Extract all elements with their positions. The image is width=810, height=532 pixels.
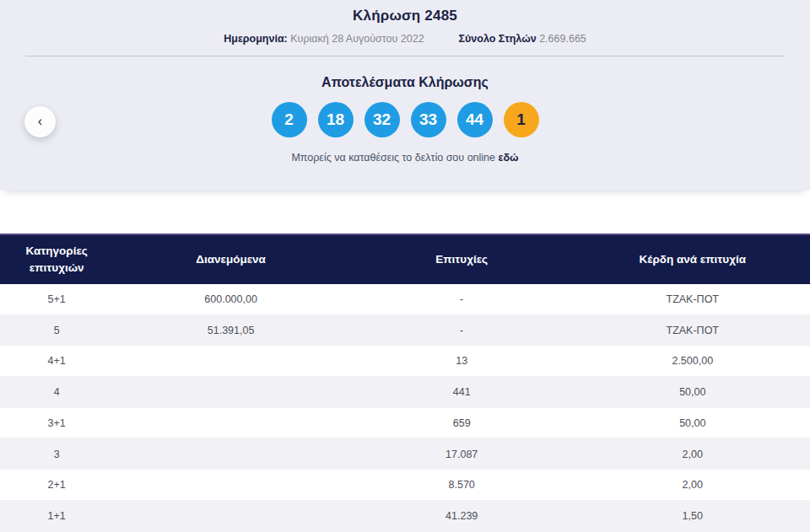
cell-category: 3+1: [0, 417, 113, 429]
column-header: Κατηγορίες επιτυχιών: [0, 243, 113, 276]
prize-categories-table: Κατηγορίες επιτυχιών Διανεμόμενα Επιτυχί…: [0, 234, 810, 532]
table-row: 1+1 41.239 1,50: [0, 501, 810, 532]
number-ball: 1: [504, 102, 539, 137]
cell-winners: 8.570: [348, 479, 575, 491]
results-heading: Αποτελέσματα Κλήρωσης: [0, 75, 810, 90]
date-label: Ημερομηνία:: [224, 33, 288, 45]
winning-numbers: 2 18 32 33 44 1: [0, 102, 810, 137]
deposit-online-link[interactable]: εδώ: [498, 152, 518, 164]
cell-payout: 2,00: [575, 449, 810, 460]
cell-payout: 2,00: [575, 479, 810, 491]
cell-category: 4+1: [0, 355, 113, 367]
number-ball: 33: [411, 102, 446, 137]
column-header: Διανεμόμενα: [113, 251, 348, 268]
cell-distributed: 51.391,05: [113, 325, 348, 336]
deposit-text: Μπορείς να καταθέσεις το δελτίο σου onli…: [291, 152, 495, 164]
cell-payout: ΤΖΑΚ-ΠΟΤ: [575, 293, 810, 305]
section-divider: [25, 56, 785, 56]
number-ball: 44: [457, 102, 493, 137]
total-columns-label: Σύνολο Στηλών: [459, 33, 537, 45]
cell-distributed: 600.000,00: [113, 293, 348, 305]
table-row: 2+1 8.570 2,00: [0, 470, 810, 501]
table-row: 5+1 600.000,00 - ΤΖΑΚ-ΠΟΤ: [0, 284, 810, 315]
previous-draw-button[interactable]: ‹: [24, 106, 56, 137]
number-ball: 2: [272, 102, 307, 137]
cell-payout: 1,50: [575, 510, 810, 522]
cell-payout: 2.500,00: [575, 355, 810, 367]
cell-winners: -: [348, 293, 575, 305]
cell-payout: 50,00: [575, 417, 810, 429]
cell-winners: 441: [348, 386, 575, 398]
cell-category: 4: [0, 386, 113, 398]
column-header: Κέρδη ανά επιτυχία: [575, 251, 810, 268]
cell-winners: -: [348, 325, 575, 336]
cell-winners: 13: [348, 355, 575, 367]
cell-category: 5+1: [0, 293, 113, 305]
draw-meta: Ημερομηνία: Κυριακή 28 Αυγούστου 2022 Σύ…: [0, 33, 810, 45]
table-body: 5+1 600.000,00 - ΤΖΑΚ-ΠΟΤ 5 51.391,05 - …: [0, 284, 810, 532]
cell-category: 1+1: [0, 510, 113, 522]
number-ball: 32: [364, 102, 400, 137]
cell-winners: 17.087: [348, 449, 575, 460]
cell-payout: ΤΖΑΚ-ΠΟΤ: [575, 325, 810, 336]
table-row: 4 441 50,00: [0, 377, 810, 408]
cell-category: 3: [0, 449, 113, 460]
table-row: 3+1 659 50,00: [0, 408, 810, 439]
column-header: Επιτυχίες: [348, 251, 575, 268]
draw-summary-section: ‹ Κλήρωση 2485 Ημερομηνία: Κυριακή 28 Αυ…: [0, 0, 810, 191]
joker-draw-results-page: ‹ Κλήρωση 2485 Ημερομηνία: Κυριακή 28 Αυ…: [0, 0, 810, 532]
table-header-row: Κατηγορίες επιτυχιών Διανεμόμενα Επιτυχί…: [0, 234, 810, 284]
cell-payout: 50,00: [575, 386, 810, 398]
number-ball: 18: [318, 102, 354, 137]
draw-title: Κλήρωση 2485: [0, 0, 810, 24]
table-row: 4+1 13 2.500,00: [0, 346, 810, 377]
date-value: Κυριακή 28 Αυγούστου 2022: [290, 33, 424, 45]
table-row: 5 51.391,05 - ΤΖΑΚ-ΠΟΤ: [0, 315, 810, 347]
table-row: 3 17.087 2,00: [0, 438, 810, 470]
cell-winners: 659: [348, 417, 575, 429]
cell-category: 5: [0, 325, 113, 336]
cell-category: 2+1: [0, 479, 113, 491]
deposit-line: Μπορείς να καταθέσεις το δελτίο σου onli…: [0, 152, 810, 164]
cell-winners: 41.239: [348, 510, 575, 522]
total-columns-value: 2.669.665: [539, 33, 586, 45]
chevron-left-icon: ‹: [38, 115, 42, 128]
